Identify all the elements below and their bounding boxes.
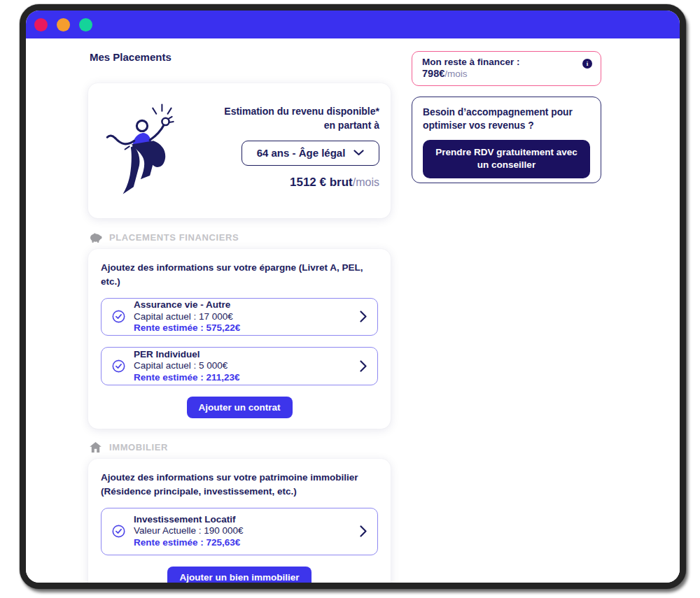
estimation-card: Estimation du revenu disponible* en part… <box>88 83 391 218</box>
property-detail: Valeur Actuelle : 190 000€ <box>134 525 351 537</box>
accompagnement-card: Besoin d’accompagnement pour optimiser v… <box>412 97 601 183</box>
dancing-person-illustration <box>97 101 189 198</box>
retirement-age-select[interactable]: 64 ans - Âge légal <box>241 141 379 166</box>
window-titlebar <box>26 10 680 38</box>
contract-title: Assurance vie - Autre <box>134 299 351 311</box>
prendre-rdv-button[interactable]: Prendre RDV gratuitement avec un conseil… <box>423 140 590 178</box>
app-window: Mes Placements Es <box>20 4 686 589</box>
contract-detail: Capital actuel : 17 000€ <box>134 311 351 323</box>
estimation-line1: Estimation du revenu disponible* <box>189 104 379 118</box>
house-icon <box>88 440 103 455</box>
immobilier-description: Ajoutez des informations sur votre patri… <box>101 471 378 499</box>
reste-a-financer-card: Mon reste à financer : 798€/mois i <box>412 51 601 86</box>
close-window-button[interactable] <box>34 18 48 31</box>
placements-financiers-card: Ajoutez des informations sur votre éparg… <box>88 249 391 429</box>
page-title: Mes Placements <box>90 51 172 63</box>
retirement-age-value: 64 ans - Âge légal <box>257 147 346 159</box>
property-title: Investissement Locatif <box>134 514 351 526</box>
gross-income-suffix: /mois <box>353 176 379 188</box>
contract-item-per-individuel[interactable]: PER Individuel Capital actuel : 5 000€ R… <box>101 347 378 385</box>
section-placements-label: PLACEMENTS FINANCIERS <box>109 232 239 243</box>
chevron-right-icon[interactable] <box>360 525 367 537</box>
property-item-investissement-locatif[interactable]: Investissement Locatif Valeur Actuelle :… <box>101 508 378 555</box>
gross-income-amount: 1512 € brut/mois <box>189 176 379 190</box>
add-contract-button[interactable]: Ajouter un contrat <box>187 397 293 418</box>
reste-suffix: /mois <box>444 69 467 79</box>
contract-rente: Rente estimée : 211,23€ <box>134 372 351 384</box>
contract-item-assurance-vie[interactable]: Assurance vie - Autre Capital actuel : 1… <box>101 298 378 336</box>
immobilier-card: Ajoutez des informations sur votre patri… <box>88 459 391 589</box>
chevron-right-icon[interactable] <box>360 360 367 372</box>
minimize-window-button[interactable] <box>57 18 70 31</box>
info-icon[interactable]: i <box>582 59 592 69</box>
contract-rente: Rente estimée : 575,22€ <box>134 322 351 334</box>
check-circle-icon[interactable] <box>112 525 125 538</box>
piggy-bank-icon <box>88 230 103 245</box>
section-placements-financiers: PLACEMENTS FINANCIERS <box>88 230 239 245</box>
contract-title: PER Individuel <box>134 349 351 361</box>
accompagnement-title: Besoin d’accompagnement pour optimiser v… <box>423 106 590 132</box>
section-immobilier: IMMOBILIER <box>88 440 168 455</box>
chevron-right-icon[interactable] <box>360 311 367 322</box>
chevron-down-icon <box>354 150 364 156</box>
property-rente: Rente estimée : 725,63€ <box>134 537 351 549</box>
check-circle-icon[interactable] <box>112 359 125 373</box>
section-immobilier-label: IMMOBILIER <box>109 442 168 453</box>
contract-detail: Capital actuel : 5 000€ <box>134 360 351 372</box>
reste-label: Mon reste à financer : <box>422 57 591 67</box>
page-content: Mes Placements Es <box>26 38 680 583</box>
placements-description: Ajoutez des informations sur votre éparg… <box>101 261 378 290</box>
maximize-window-button[interactable] <box>79 18 92 31</box>
add-property-button[interactable]: Ajouter un bien immobilier <box>167 567 311 588</box>
estimation-line2: en partant à <box>189 118 379 132</box>
reste-amount: 798€/mois <box>422 68 591 79</box>
check-circle-icon[interactable] <box>112 310 125 323</box>
